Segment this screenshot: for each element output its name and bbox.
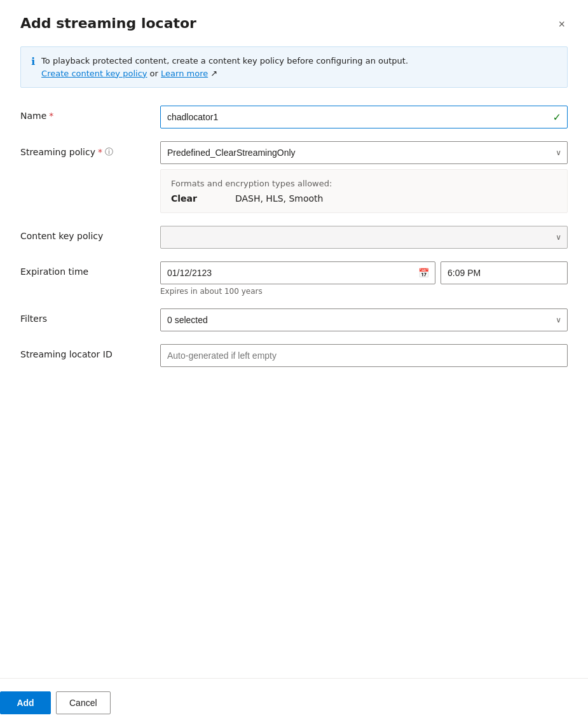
filters-row: Filters 0 selected ∨ xyxy=(20,308,568,331)
content-key-policy-label: Content key policy xyxy=(20,226,160,241)
info-banner: ℹ To playback protected content, create … xyxy=(20,46,568,88)
expiration-time-label: Expiration time xyxy=(20,261,160,277)
expiration-time-input[interactable] xyxy=(441,261,568,284)
content-key-policy-control: ∨ xyxy=(160,226,568,249)
expiration-time-row: Expiration time 📅 Expires in about 100 y… xyxy=(20,261,568,296)
streaming-locator-id-control xyxy=(160,344,568,367)
formats-title: Formats and encryption types allowed: xyxy=(171,179,557,188)
name-required: * xyxy=(49,111,53,121)
streaming-policy-required: * xyxy=(98,147,102,157)
streaming-locator-id-row: Streaming locator ID xyxy=(20,344,568,367)
streaming-policy-row: Streaming policy * ⓘ Predefined_ClearStr… xyxy=(20,141,568,213)
streaming-locator-id-input[interactable] xyxy=(160,344,568,367)
filters-label: Filters xyxy=(20,308,160,324)
content-key-policy-row: Content key policy ∨ xyxy=(20,226,568,249)
streaming-policy-control: Predefined_ClearStreamingOnly ∨ Formats … xyxy=(160,141,568,213)
streaming-policy-info-icon[interactable]: ⓘ xyxy=(105,146,113,158)
dialog-title: Add streaming locator xyxy=(20,15,196,31)
streaming-policy-label: Streaming policy * ⓘ xyxy=(20,141,160,158)
formats-value: DASH, HLS, Smooth xyxy=(235,193,324,204)
formats-clear-label: Clear xyxy=(171,193,197,204)
name-label: Name * xyxy=(20,106,160,121)
dialog-footer: Add Cancel xyxy=(0,678,588,727)
info-banner-text: To playback protected content, create a … xyxy=(41,55,408,80)
close-button[interactable]: × xyxy=(556,15,568,34)
calendar-icon[interactable]: 📅 xyxy=(418,268,429,278)
create-content-key-policy-link[interactable]: Create content key policy xyxy=(41,69,147,78)
streaming-policy-dropdown[interactable]: Predefined_ClearStreamingOnly xyxy=(160,141,568,164)
info-icon: ℹ xyxy=(31,55,35,67)
filters-control: 0 selected ∨ xyxy=(160,308,568,331)
cancel-button[interactable]: Cancel xyxy=(56,691,111,714)
expiration-date-input[interactable] xyxy=(160,261,435,284)
expires-hint: Expires in about 100 years xyxy=(160,287,568,296)
name-valid-icon: ✓ xyxy=(553,111,561,123)
name-input[interactable] xyxy=(160,106,568,128)
streaming-locator-id-label: Streaming locator ID xyxy=(20,344,160,359)
add-button[interactable]: Add xyxy=(0,691,51,714)
filters-dropdown[interactable]: 0 selected xyxy=(160,308,568,331)
external-link-icon: ↗ xyxy=(210,69,217,78)
learn-more-link[interactable]: Learn more xyxy=(161,69,208,78)
form-body: Name * ✓ Streaming policy * ⓘ Predefine xyxy=(20,106,568,529)
expiration-time-control: 📅 Expires in about 100 years xyxy=(160,261,568,296)
formats-box: Formats and encryption types allowed: Cl… xyxy=(160,169,568,213)
name-control: ✓ xyxy=(160,106,568,128)
content-key-policy-dropdown[interactable] xyxy=(160,226,568,249)
name-row: Name * ✓ xyxy=(20,106,568,128)
